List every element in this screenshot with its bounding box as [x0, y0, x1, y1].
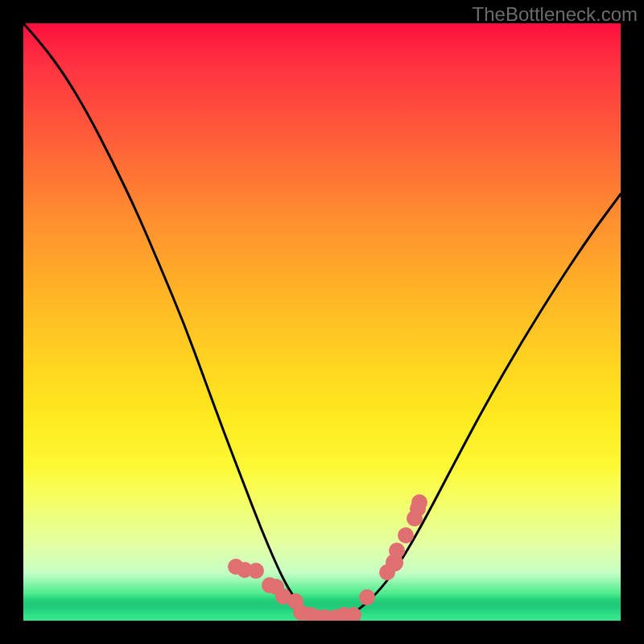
curve-marker [359, 589, 375, 605]
plot-area [23, 23, 621, 621]
curve-marker [411, 494, 427, 510]
curve-layer [23, 23, 621, 621]
bottleneck-curve [23, 23, 621, 618]
curve-markers [228, 494, 427, 621]
chart-frame: TheBottleneck.com [0, 0, 644, 644]
watermark-text: TheBottleneck.com [473, 3, 638, 26]
curve-marker [398, 527, 414, 543]
curve-marker [389, 543, 405, 559]
curve-marker [248, 563, 264, 579]
